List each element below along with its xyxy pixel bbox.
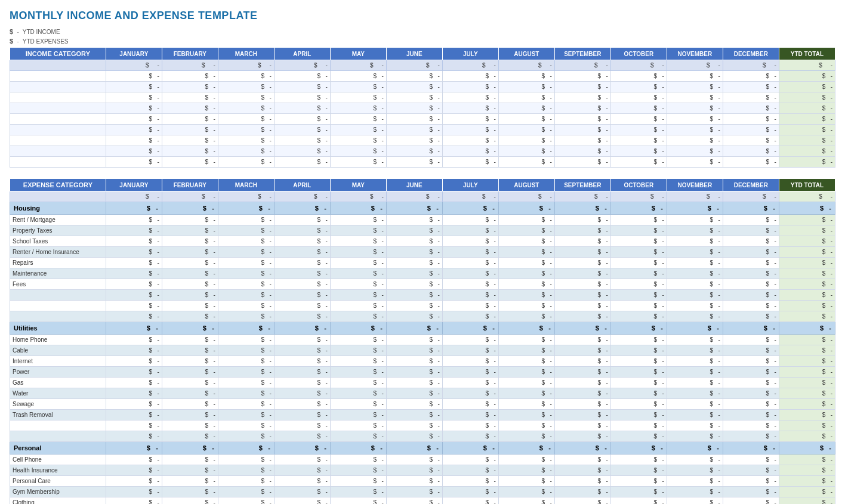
expense-val-cell[interactable]: $ - <box>274 420 330 431</box>
income-val-cell[interactable]: $ - <box>498 157 554 168</box>
income-val-cell[interactable]: $ - <box>498 71 554 82</box>
expense-val-cell[interactable]: $ - <box>498 225 554 236</box>
expense-val-cell[interactable]: $ - <box>610 301 667 311</box>
income-val-cell[interactable]: $ - <box>442 114 498 125</box>
expense-val-cell[interactable]: $ - <box>442 410 498 420</box>
income-cat-cell[interactable] <box>10 71 106 82</box>
expense-val-cell[interactable]: $ - <box>162 410 218 420</box>
expense-val-cell[interactable]: $ - <box>218 367 274 378</box>
income-val-cell[interactable]: $ - <box>106 103 162 114</box>
expense-val-cell[interactable]: $ - <box>498 311 554 322</box>
expense-val-cell[interactable]: $ - <box>610 335 667 345</box>
income-val-cell[interactable]: $ - <box>610 82 667 92</box>
income-val-cell[interactable]: $ - <box>274 114 330 125</box>
expense-val-cell[interactable]: $ - <box>610 476 667 487</box>
income-val-cell[interactable]: $ - <box>162 157 218 168</box>
expense-val-cell[interactable]: $ - <box>667 487 723 497</box>
income-val-cell[interactable]: $ - <box>274 82 330 92</box>
income-ytd-cell[interactable]: $ - <box>779 114 835 125</box>
expense-val-cell[interactable]: $ - <box>442 367 498 378</box>
expense-val-cell[interactable]: $ - <box>442 225 498 236</box>
expense-val-cell[interactable]: $ - <box>723 279 779 290</box>
expense-val-cell[interactable]: $ - <box>106 258 162 268</box>
expense-val-cell[interactable]: $ - <box>386 487 442 497</box>
income-val-cell[interactable]: $ - <box>106 71 162 82</box>
expense-val-cell[interactable]: $ - <box>162 454 218 465</box>
expense-ytd-cell[interactable]: $ - <box>779 476 835 487</box>
income-val-cell[interactable]: $ - <box>386 114 442 125</box>
expense-val-cell[interactable]: $ - <box>442 388 498 399</box>
income-val-cell[interactable]: $ - <box>723 71 779 82</box>
expense-val-cell[interactable]: $ - <box>330 279 386 290</box>
income-val-cell[interactable]: $ - <box>667 114 723 125</box>
income-cat-cell[interactable] <box>10 92 106 103</box>
expense-val-cell[interactable]: $ - <box>554 420 610 431</box>
expense-val-cell[interactable]: $ - <box>667 335 723 345</box>
income-val-cell[interactable]: $ - <box>498 135 554 146</box>
expense-ytd-cell[interactable]: $ - <box>779 497 835 505</box>
income-cat-cell[interactable] <box>10 125 106 135</box>
expense-cat-cell[interactable] <box>10 301 106 311</box>
expense-val-cell[interactable]: $ - <box>667 454 723 465</box>
expense-val-cell[interactable]: $ - <box>554 345 610 356</box>
expense-val-cell[interactable]: $ - <box>723 388 779 399</box>
expense-val-cell[interactable]: $ - <box>554 236 610 247</box>
expense-val-cell[interactable]: $ - <box>330 367 386 378</box>
income-val-cell[interactable]: $ - <box>723 125 779 135</box>
expense-val-cell[interactable]: $ - <box>667 311 723 322</box>
income-val-cell[interactable]: $ - <box>162 103 218 114</box>
expense-val-cell[interactable]: $ - <box>386 367 442 378</box>
income-val-cell[interactable]: $ - <box>667 82 723 92</box>
expense-cat-cell[interactable]: Sewage <box>10 399 106 410</box>
expense-val-cell[interactable]: $ - <box>723 454 779 465</box>
income-val-cell[interactable]: $ - <box>106 135 162 146</box>
expense-val-cell[interactable]: $ - <box>723 247 779 258</box>
income-val-cell[interactable]: $ - <box>442 82 498 92</box>
expense-val-cell[interactable]: $ - <box>218 258 274 268</box>
expense-val-cell[interactable]: $ - <box>723 268 779 279</box>
expense-cat-cell[interactable]: Gym Membership <box>10 487 106 497</box>
income-val-cell[interactable]: $ - <box>610 125 667 135</box>
expense-val-cell[interactable]: $ - <box>442 378 498 388</box>
expense-val-cell[interactable]: $ - <box>667 476 723 487</box>
income-val-cell[interactable]: $ - <box>386 82 442 92</box>
expense-ytd-cell[interactable]: $ - <box>779 454 835 465</box>
expense-val-cell[interactable]: $ - <box>106 311 162 322</box>
expense-val-cell[interactable]: $ - <box>498 290 554 301</box>
expense-val-cell[interactable]: $ - <box>106 356 162 367</box>
expense-val-cell[interactable]: $ - <box>723 335 779 345</box>
expense-val-cell[interactable]: $ - <box>723 225 779 236</box>
expense-val-cell[interactable]: $ - <box>723 258 779 268</box>
expense-cat-cell[interactable]: Trash Removal <box>10 410 106 420</box>
income-val-cell[interactable]: $ - <box>610 135 667 146</box>
expense-val-cell[interactable]: $ - <box>218 247 274 258</box>
expense-val-cell[interactable]: $ - <box>442 279 498 290</box>
expense-val-cell[interactable]: $ - <box>386 311 442 322</box>
expense-val-cell[interactable]: $ - <box>162 268 218 279</box>
expense-val-cell[interactable]: $ - <box>723 356 779 367</box>
expense-val-cell[interactable]: $ - <box>162 311 218 322</box>
expense-val-cell[interactable]: $ - <box>667 497 723 505</box>
expense-val-cell[interactable]: $ - <box>106 497 162 505</box>
expense-val-cell[interactable]: $ - <box>442 399 498 410</box>
income-val-cell[interactable]: $ - <box>610 157 667 168</box>
income-val-cell[interactable]: $ - <box>274 146 330 157</box>
expense-val-cell[interactable]: $ - <box>330 225 386 236</box>
expense-val-cell[interactable]: $ - <box>667 378 723 388</box>
expense-val-cell[interactable]: $ - <box>723 290 779 301</box>
expense-val-cell[interactable]: $ - <box>274 388 330 399</box>
income-val-cell[interactable]: $ - <box>218 71 274 82</box>
expense-val-cell[interactable]: $ - <box>330 454 386 465</box>
expense-val-cell[interactable]: $ - <box>274 290 330 301</box>
expense-val-cell[interactable]: $ - <box>106 345 162 356</box>
expense-val-cell[interactable]: $ - <box>498 431 554 442</box>
expense-val-cell[interactable]: $ - <box>498 215 554 225</box>
expense-val-cell[interactable]: $ - <box>274 454 330 465</box>
expense-cat-cell[interactable]: Repairs <box>10 258 106 268</box>
expense-val-cell[interactable]: $ - <box>554 356 610 367</box>
expense-val-cell[interactable]: $ - <box>274 367 330 378</box>
expense-val-cell[interactable]: $ - <box>554 431 610 442</box>
expense-val-cell[interactable]: $ - <box>106 487 162 497</box>
expense-val-cell[interactable]: $ - <box>106 335 162 345</box>
expense-val-cell[interactable]: $ - <box>498 410 554 420</box>
